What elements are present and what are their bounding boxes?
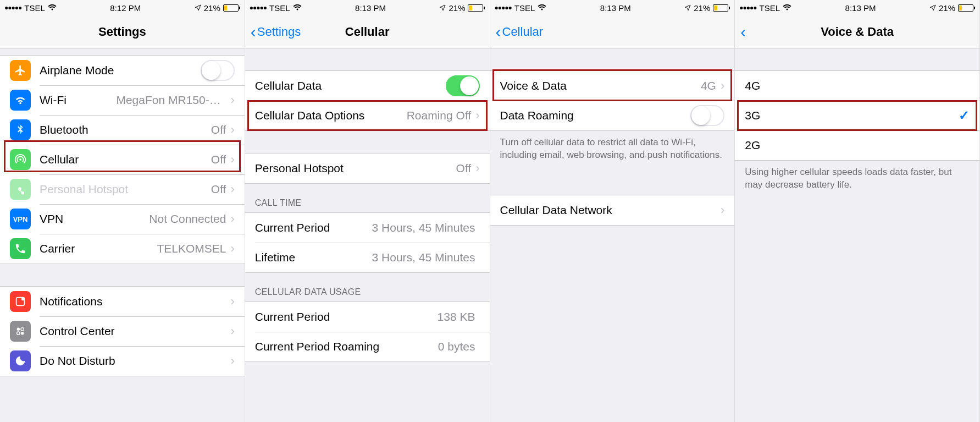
wifi-label: Wi-Fi — [40, 94, 116, 107]
battery-pct: 21% — [694, 3, 710, 13]
hotspot-icon — [10, 179, 31, 200]
chevron-right-icon: › — [475, 162, 479, 174]
notifications-label: Notifications — [40, 295, 230, 308]
chevron-right-icon: › — [721, 80, 724, 92]
chevron-right-icon: › — [230, 295, 234, 308]
page-title: Settings — [98, 25, 146, 39]
svg-rect-4 — [21, 328, 24, 331]
usage-cp-label: Current Period — [255, 310, 438, 324]
cellular-data-options-row[interactable]: Cellular Data Options Roaming Off › — [245, 101, 490, 130]
personal-hotspot-row[interactable]: Personal Hotspot Off › — [245, 154, 490, 183]
back-button[interactable]: ‹ Settings — [251, 24, 301, 40]
wifi-icon — [538, 4, 546, 11]
back-button[interactable]: ‹ Cellular — [496, 24, 544, 40]
hotspot-label: Personal Hotspot — [40, 183, 211, 196]
signal-dots-icon: ●●●●● — [739, 4, 756, 12]
cellular-label: Cellular — [40, 153, 211, 166]
airplane-label: Airplane Mode — [40, 64, 201, 77]
battery-pct: 21% — [939, 3, 955, 13]
airplane-mode-row[interactable]: Airplane Mode — [0, 56, 245, 85]
location-icon — [684, 4, 691, 11]
notifications-row[interactable]: Notifications › — [0, 287, 245, 316]
call-time-header: CALL TIME — [245, 184, 490, 212]
clock: 8:13 PM — [355, 3, 386, 13]
cellular-row[interactable]: Cellular Off › — [0, 145, 245, 174]
chevron-right-icon: › — [230, 243, 234, 255]
phone-icon — [10, 238, 31, 259]
usage-current-row: Current Period 138 KB — [245, 302, 490, 332]
cellular-options-screen: ●●●●● TSEL 8:13 PM 21% ‹ Cellular Voice … — [490, 0, 735, 422]
moon-icon — [10, 350, 31, 371]
signal-dots-icon: ●●●●● — [495, 4, 512, 12]
option-3g-row[interactable]: 3G ✓ — [735, 101, 979, 130]
cp-value: 3 Hours, 45 Minutes — [372, 221, 475, 234]
carrier-label: TSEL — [760, 3, 780, 13]
hotspot-label: Personal Hotspot — [255, 162, 456, 175]
chevron-right-icon: › — [230, 183, 234, 195]
signal-dots-icon: ●●●●● — [250, 4, 267, 12]
battery-icon — [223, 4, 240, 12]
roaming-label: Data Roaming — [500, 109, 691, 122]
control-center-row[interactable]: Control Center › — [0, 316, 245, 346]
cdo-label: Cellular Data Options — [255, 109, 407, 122]
chevron-right-icon: › — [475, 109, 479, 122]
cellular-data-label: Cellular Data — [255, 79, 446, 92]
clock: 8:13 PM — [845, 3, 876, 13]
back-label: Settings — [257, 25, 301, 39]
battery-pct: 21% — [449, 3, 465, 13]
cellular-screen: ●●●●● TSEL 8:13 PM 21% ‹ Settings Cellul… — [245, 0, 490, 422]
usage-roaming-row: Current Period Roaming 0 bytes — [245, 332, 490, 361]
location-icon — [929, 4, 936, 11]
vpn-row[interactable]: VPN VPN Not Connected › — [0, 204, 245, 234]
chevron-right-icon: › — [230, 124, 234, 136]
carrier-row[interactable]: Carrier TELKOMSEL › — [0, 234, 245, 264]
voice-data-row[interactable]: Voice & Data 4G › — [490, 71, 735, 101]
clock: 8:13 PM — [600, 3, 631, 13]
notifications-icon — [10, 291, 31, 312]
nav-bar: ‹ Settings Cellular — [245, 15, 490, 48]
cellular-data-row[interactable]: Cellular Data — [245, 71, 490, 101]
wifi-row-icon — [10, 90, 31, 111]
usage-roam-label: Current Period Roaming — [255, 340, 438, 353]
vpn-label: VPN — [40, 212, 149, 226]
cellular-value: Off — [211, 153, 226, 166]
option-2g-row[interactable]: 2G — [735, 130, 979, 160]
roaming-toggle[interactable] — [690, 105, 724, 126]
carrier-value: TELKOMSEL — [157, 242, 226, 255]
usage-cp-value: 138 KB — [438, 310, 475, 324]
option-2g-label: 2G — [745, 139, 970, 152]
wifi-row[interactable]: Wi-Fi MegaFon MR150-3-A... › — [0, 85, 245, 115]
usage-roam-value: 0 bytes — [438, 340, 475, 353]
cellular-data-toggle[interactable] — [446, 75, 480, 96]
hotspot-value: Off — [211, 183, 226, 196]
hotspot-value: Off — [456, 162, 472, 175]
cellular-data-network-row[interactable]: Cellular Data Network › — [490, 195, 735, 225]
page-title: Voice & Data — [821, 25, 894, 39]
lifetime-label: Lifetime — [255, 251, 372, 264]
option-4g-label: 4G — [745, 79, 970, 92]
dnd-row[interactable]: Do Not Disturb › — [0, 346, 245, 376]
bluetooth-label: Bluetooth — [40, 123, 211, 136]
dnd-label: Do Not Disturb — [40, 354, 230, 368]
data-roaming-row[interactable]: Data Roaming — [490, 101, 735, 130]
vpn-value: Not Connected — [149, 212, 226, 226]
settings-screen: ●●●●● TSEL 8:12 PM 21% Settings Airplane… — [0, 0, 245, 422]
battery-icon — [713, 4, 730, 12]
nav-bar: ‹ Cellular — [490, 15, 735, 48]
airplane-toggle[interactable] — [201, 60, 235, 81]
footer-text: Using higher cellular speeds loads data … — [735, 161, 979, 197]
hotspot-row[interactable]: Personal Hotspot Off › — [0, 174, 245, 204]
voice-data-label: Voice & Data — [500, 79, 701, 92]
svg-point-3 — [21, 332, 24, 335]
bluetooth-row[interactable]: Bluetooth Off › — [0, 115, 245, 145]
svg-point-2 — [17, 328, 20, 331]
carrier-label: TSEL — [514, 3, 535, 13]
cdn-label: Cellular Data Network — [500, 204, 721, 217]
chevron-right-icon: › — [230, 325, 234, 337]
option-4g-row[interactable]: 4G — [735, 71, 979, 101]
option-3g-label: 3G — [745, 109, 959, 122]
carrier-label: Carrier — [40, 242, 157, 255]
nav-bar: Settings — [0, 15, 245, 48]
back-button[interactable]: ‹ — [740, 24, 747, 40]
chevron-left-icon: ‹ — [740, 24, 746, 40]
